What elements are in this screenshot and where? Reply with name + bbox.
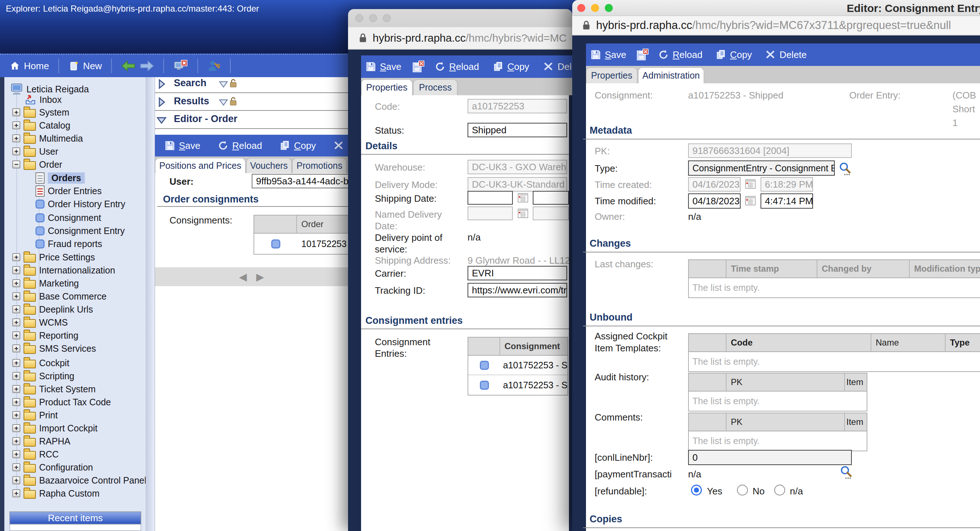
reload-button[interactable]: Reload [658, 49, 702, 60]
save-button[interactable]: Save [366, 61, 401, 72]
tab-properties[interactable]: Properties [361, 79, 412, 95]
minimize-window-icon[interactable] [591, 4, 599, 12]
radio-yes-label[interactable]: Yes [707, 486, 722, 497]
expand-plus-icon[interactable]: + [12, 108, 20, 116]
sidebar-item-price-settings[interactable]: + Price Settings [12, 251, 95, 263]
tab-administration[interactable]: Administration [638, 67, 704, 83]
sidebar-item-reporting[interactable]: + Reporting [12, 329, 78, 342]
sidebar-item-system[interactable]: + System [12, 106, 69, 118]
close-window-icon[interactable] [577, 4, 585, 12]
search-reference-icon[interactable] [838, 162, 851, 176]
expand-plus-icon[interactable]: + [12, 345, 20, 353]
sidebar-item-product-tax-code[interactable]: + Product Tax Code [12, 396, 111, 408]
sidebar-item-bazaarvoice-control-panel[interactable]: + Bazaarvoice Control Panel [12, 474, 146, 486]
forward-button[interactable] [140, 60, 154, 72]
sidebar-item-catalog[interactable]: + Catalog [12, 119, 70, 132]
sidebar-item-fraud-reports[interactable]: Fraud reports [35, 238, 102, 250]
radio-yes[interactable] [691, 485, 702, 496]
time-modified-time-input[interactable]: 4:47:14 PM [760, 194, 813, 208]
expand-plus-icon[interactable]: + [12, 359, 20, 367]
shipping-date-input[interactable] [468, 191, 513, 205]
tab-promotions[interactable]: Promotions [292, 158, 347, 173]
sidebar-item-ticket-system[interactable]: + Ticket System [12, 383, 95, 395]
sidebar-item-sms-services[interactable]: + SMS Services [12, 342, 96, 355]
sidebar-item-orders[interactable]: Orders [35, 172, 85, 184]
new-button[interactable]: New [68, 60, 102, 72]
search-reference-icon[interactable] [840, 466, 853, 479]
sidebar-item-base-commerce[interactable]: + Base Commerce [12, 290, 107, 302]
expand-plus-icon[interactable]: + [12, 292, 20, 300]
expand-plus-icon[interactable]: + [12, 134, 20, 142]
user-settings-button[interactable] [207, 59, 221, 72]
expand-plus-icon[interactable]: + [12, 398, 20, 406]
reload-button[interactable]: Reload [218, 140, 262, 151]
tab-positions-and-prices[interactable]: Positions and Prices [155, 158, 245, 173]
radio-na-label[interactable]: n/a [790, 486, 803, 497]
address-bar[interactable]: hybris-prd.rapha.cc/hmc/hybris?wid=MC [348, 27, 572, 49]
expand-plus-icon[interactable]: + [12, 463, 20, 471]
window-titlebar[interactable]: Editor: Consignment Entry [572, 0, 980, 16]
sidebar-item-rcc[interactable]: + RCC [12, 448, 59, 460]
tab-vouchers[interactable]: Vouchers [246, 158, 291, 173]
calendar-icon[interactable] [744, 194, 757, 207]
calendar-icon[interactable] [517, 192, 529, 204]
sidebar-splitter[interactable] [146, 77, 155, 531]
sidebar-item-deeplink-urls[interactable]: + Deeplink Urls [12, 303, 93, 315]
recent-items-header[interactable]: Recent items [10, 512, 141, 525]
sidebar-item-inbox[interactable]: Inbox [25, 94, 62, 106]
pager-prev-icon[interactable]: ◀ [239, 271, 247, 283]
delete-button[interactable]: Delete [543, 61, 572, 72]
sidebar-item-consignment[interactable]: Consignment [35, 211, 101, 224]
filter-dropdown-icon[interactable] [219, 80, 228, 88]
calendar-icon[interactable] [744, 178, 757, 190]
copy-button[interactable]: Copy [493, 61, 530, 72]
type-input[interactable]: ConsignmentEntry - Consignment Entry [688, 161, 835, 176]
window-titlebar[interactable] [348, 9, 572, 27]
sidebar-item-import-cockpit[interactable]: + Import Cockpit [12, 422, 97, 434]
expand-plus-icon[interactable]: + [12, 476, 20, 484]
expand-plus-icon[interactable]: + [12, 121, 20, 129]
sidebar-item-scripting[interactable]: + Scripting [12, 370, 74, 382]
sidebar-item-configuration[interactable]: + Configuration [12, 461, 93, 474]
tab-process[interactable]: Process [413, 79, 457, 95]
expand-plus-icon[interactable]: + [12, 450, 20, 458]
home-button[interactable]: Home [10, 60, 49, 72]
sidebar-item-cockpit[interactable]: + Cockpit [12, 357, 69, 369]
expand-plus-icon[interactable]: + [12, 385, 20, 393]
sidebar-item-marketing[interactable]: + Marketing [12, 277, 79, 289]
sidebar-item-wcms[interactable]: + WCMS [12, 316, 68, 329]
back-button[interactable] [121, 60, 136, 72]
minimize-window-icon[interactable] [369, 14, 377, 22]
expand-plus-icon[interactable]: + [12, 424, 20, 432]
sidebar-item-order-history-entry[interactable]: Order History Entry [35, 198, 125, 210]
tab-properties[interactable]: Properties [586, 67, 637, 83]
expand-plus-icon[interactable]: + [12, 437, 20, 445]
save-button[interactable]: Save [164, 140, 200, 151]
expand-plus-icon[interactable]: + [12, 305, 20, 313]
sidebar-item-internationalization[interactable]: + Internationalization [12, 264, 115, 277]
expand-plus-icon[interactable]: + [12, 318, 20, 326]
tracking-id-input[interactable]: https://www.evri.com/track/# [468, 283, 567, 297]
entry-table-row[interactable]: a101752253 - Ship [468, 375, 568, 395]
pager-next-icon[interactable]: ▶ [256, 271, 264, 283]
radio-no-label[interactable]: No [752, 486, 765, 497]
radio-na[interactable] [774, 485, 785, 496]
sidebar-item-rapha[interactable]: + RAPHA [12, 435, 70, 447]
collapse-minus-icon[interactable]: − [12, 161, 20, 169]
sidebar-item-user[interactable]: + User [12, 145, 58, 157]
status-input[interactable]: Shipped [468, 123, 567, 137]
conllinenbr-input[interactable]: 0 [688, 450, 852, 465]
close-window-icon[interactable] [355, 14, 363, 22]
radio-no[interactable] [737, 485, 748, 496]
address-bar[interactable]: hybris-prd.rapha.cc/hmc/hybris?wid=MC67x… [572, 16, 980, 35]
expand-plus-icon[interactable]: + [12, 489, 20, 497]
carrier-input[interactable]: EVRI [468, 266, 567, 280]
sidebar-item-consignment-entry[interactable]: Consignment Entry [35, 224, 125, 237]
sidebar-item-print[interactable]: + Print [12, 409, 57, 421]
zoom-window-icon[interactable] [383, 14, 391, 22]
expand-plus-icon[interactable]: + [12, 372, 20, 380]
sidebar-item-order-entries[interactable]: Order Entries [35, 185, 102, 197]
save-and-close-button[interactable] [636, 49, 649, 61]
zoom-window-icon[interactable] [605, 4, 613, 12]
reload-button[interactable]: Reload [434, 61, 479, 72]
